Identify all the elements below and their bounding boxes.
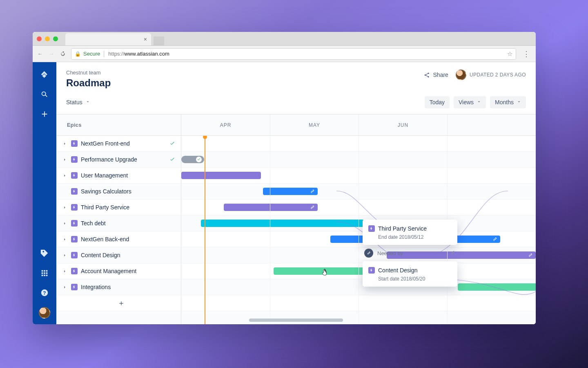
epic-name: Integrations (81, 284, 111, 290)
timeline-header: APR MAY JUN (181, 114, 536, 135)
epic-cell[interactable]: Performance Upgrade (56, 152, 181, 167)
timeline-cell[interactable] (181, 215, 536, 231)
add-epic-button[interactable]: ＋ (56, 295, 181, 311)
epic-row: Savings Calculators (56, 184, 536, 200)
epic-cell[interactable]: Savings Calculators (56, 184, 181, 199)
epic-name: NextGen Front-end (81, 140, 130, 147)
profile-avatar[interactable] (39, 307, 50, 319)
timeline-cell[interactable] (181, 247, 536, 263)
page-area: Chestnut team Roadmap Share UPDATED 2 DA… (56, 62, 536, 324)
nav-back-icon[interactable]: ← (37, 51, 43, 57)
updater-avatar[interactable] (456, 70, 466, 80)
epic-bar[interactable] (201, 220, 364, 227)
timeline-cell[interactable] (181, 136, 536, 151)
window-controls[interactable] (37, 36, 58, 41)
browser-menu-icon[interactable]: ⋮ (521, 49, 532, 58)
bookmark-star-icon[interactable]: ☆ (507, 50, 512, 58)
secure-label: Secure (83, 51, 100, 57)
expand-icon[interactable] (61, 237, 68, 242)
maximize-window-icon[interactable] (53, 36, 58, 41)
epic-bar[interactable] (181, 172, 261, 179)
app-shell: Chestnut team Roadmap Share UPDATED 2 DA… (33, 62, 536, 324)
close-window-icon[interactable] (37, 36, 42, 41)
expand-icon[interactable] (61, 173, 68, 178)
epic-row: Account Management (56, 263, 536, 279)
epic-cell[interactable]: Third Party Service (56, 200, 181, 215)
search-icon[interactable] (39, 89, 50, 100)
share-icon (423, 72, 430, 79)
epic-cell[interactable]: Content Design (56, 247, 181, 263)
app-switcher-icon[interactable] (39, 268, 50, 278)
expand-icon[interactable] (61, 157, 68, 162)
epic-row: User Management (56, 168, 536, 184)
timeline-cell[interactable] (181, 184, 536, 199)
timeline-cell[interactable] (181, 263, 536, 279)
epic-icon (71, 156, 78, 163)
expand-icon[interactable] (61, 205, 68, 210)
epic-bar[interactable] (263, 188, 318, 195)
epic-bar[interactable] (224, 204, 318, 211)
expand-icon[interactable] (61, 285, 68, 289)
epic-icon (71, 284, 78, 290)
notifications-icon[interactable] (39, 248, 50, 259)
breadcrumb[interactable]: Chestnut team (66, 70, 111, 76)
status-filter[interactable]: Status (66, 99, 90, 105)
epic-cell[interactable]: NextGen Back-end (56, 231, 181, 247)
today-button[interactable]: Today (425, 96, 450, 108)
new-tab-button[interactable] (154, 36, 164, 45)
roadmap-grid: Epics APR MAY JUN NextGen Front-endPerfo… (56, 114, 536, 324)
month-jun: JUN (359, 114, 447, 135)
epic-cell[interactable]: Account Management (56, 263, 181, 279)
expand-icon[interactable] (61, 253, 68, 258)
expand-icon[interactable] (61, 221, 68, 226)
roadmap-body: NextGen Front-endPerformance UpgradeUser… (56, 136, 536, 324)
epic-row: NextGen Front-end (56, 136, 536, 152)
address-bar[interactable]: 🔒 Secure │ https://www.atlassian.com ☆ (71, 48, 516, 60)
timescale-dropdown[interactable]: Months (490, 96, 526, 108)
url-text: https://www.atlassian.com (108, 51, 169, 57)
epic-cell[interactable]: Integrations (56, 279, 181, 295)
epic-icon (368, 267, 375, 274)
epic-bar[interactable] (458, 283, 536, 291)
timeline-cell[interactable] (181, 168, 536, 183)
last-updated: UPDATED 2 DAYS AGO (456, 70, 526, 80)
browser-toolbar: ← → 🔒 Secure │ https://www.atlassian.com… (33, 46, 536, 62)
chevron-down-icon (86, 100, 90, 105)
dependency-relation: Needed by (363, 245, 457, 261)
epic-name: Savings Calculators (81, 188, 131, 195)
minimize-window-icon[interactable] (45, 36, 50, 41)
help-icon[interactable] (39, 287, 50, 298)
dependency-card-target[interactable]: Content Design Start date 2018/05/20 (363, 261, 457, 287)
epic-cell[interactable]: User Management (56, 168, 181, 183)
views-dropdown[interactable]: Views (454, 96, 486, 108)
close-tab-icon[interactable]: × (144, 36, 147, 43)
product-logo-icon[interactable] (39, 70, 50, 80)
timeline-cell[interactable] (181, 279, 536, 295)
timeline-cell[interactable] (181, 231, 536, 247)
epic-row: Content Design (56, 247, 536, 263)
browser-window: × ← → 🔒 Secure │ https://www.atlassian.c… (33, 32, 536, 324)
epics-column-header: Epics (56, 114, 181, 135)
browser-tab[interactable]: × (65, 33, 151, 45)
plus-icon: ＋ (118, 298, 125, 308)
nav-reload-icon[interactable] (60, 51, 66, 57)
link-icon (528, 252, 533, 258)
timeline-cell[interactable] (181, 200, 536, 215)
epic-icon (71, 188, 78, 195)
share-button[interactable]: Share (423, 72, 448, 79)
dependency-card-source[interactable]: Third Party Service End date 2018/05/12 (363, 220, 457, 245)
expand-icon[interactable] (61, 141, 68, 146)
create-icon[interactable] (39, 109, 50, 119)
expand-icon[interactable] (61, 269, 68, 274)
unlink-icon[interactable] (450, 250, 456, 257)
timeline-cell (181, 295, 536, 311)
page-title: Roadmap (66, 77, 111, 89)
epic-name: Account Management (81, 268, 136, 274)
epic-bar[interactable] (181, 156, 204, 163)
epic-cell[interactable]: NextGen Front-end (56, 136, 181, 151)
link-icon (310, 188, 315, 194)
timeline-cell[interactable] (181, 152, 536, 167)
horizontal-scrollbar[interactable] (249, 319, 343, 322)
link-icon (492, 236, 498, 242)
epic-cell[interactable]: Tech debt (56, 215, 181, 231)
